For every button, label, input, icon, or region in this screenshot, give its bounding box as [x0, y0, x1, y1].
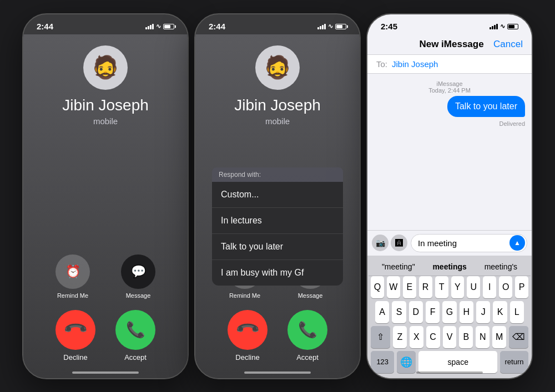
signal-bar [150, 25, 152, 29]
key-123[interactable]: 123 [371, 351, 394, 373]
avatar-2: 🧔 [255, 45, 300, 90]
status-time-2: 2:44 [209, 22, 225, 31]
key-return[interactable]: return [500, 351, 528, 373]
key-delete[interactable]: ⌫ [509, 326, 528, 348]
respond-popup: Respond with: Custom... In lectures Talk… [212, 167, 343, 286]
battery-icon [163, 24, 174, 29]
autocomplete-word-2[interactable]: meetings [428, 261, 471, 272]
status-bar-1: 2:44 ∿ [23, 14, 188, 34]
call-screen-2: 🧔 Jibin Joseph mobile ⏰ Remind Me ✉️ [195, 34, 360, 378]
signal-bars-1 [145, 24, 154, 29]
accept-label: Accept [124, 353, 147, 362]
key-v[interactable]: V [443, 326, 457, 348]
autocomplete-word-1[interactable]: "meeting" [377, 261, 420, 272]
wifi-icon: ∿ [156, 23, 161, 30]
imessage-timestamp: iMessage Today, 2:44 PM [428, 80, 471, 94]
key-emoji[interactable]: 🌐 [397, 351, 416, 373]
imessage-header: New iMessage Cancel [367, 34, 532, 55]
key-o[interactable]: O [499, 276, 512, 298]
key-shift[interactable]: ⇧ [371, 326, 390, 348]
respond-talk-later[interactable]: Talk to you later [212, 234, 343, 260]
key-f[interactable]: F [426, 301, 440, 323]
keyboard-row-2: A S D F G H J K L [369, 301, 531, 323]
decline-icon-2: 📞 [234, 316, 261, 343]
key-g[interactable]: G [442, 301, 456, 323]
keyboard: "meeting" meetings meeting's Q W E R T Y… [367, 256, 532, 378]
imessage-cancel-button[interactable]: Cancel [493, 39, 523, 50]
imessage-timestamp-line2: Today, 2:44 PM [428, 87, 471, 94]
imessage-to-row: To: Jibin Joseph [367, 55, 532, 74]
respond-menu: Custom... In lectures Talk to you later … [212, 182, 343, 286]
key-j[interactable]: J [476, 301, 490, 323]
remind-me-icon: ⏰ [65, 264, 80, 279]
call-actions-2: 📞 Decline 📞 Accept [195, 310, 360, 362]
decline-button[interactable]: 📞 Decline [56, 310, 95, 362]
accept-button-2[interactable]: 📞 Accept [287, 310, 327, 362]
signal-bar [145, 27, 147, 29]
key-u[interactable]: U [467, 276, 480, 298]
decline-icon-circle: 📞 [56, 310, 95, 350]
status-bar-2: 2:44 ∿ [195, 14, 360, 34]
decline-icon: 📞 [62, 316, 89, 343]
contact-name-1: Jibin Joseph [62, 96, 149, 114]
key-n[interactable]: N [476, 326, 490, 348]
key-k[interactable]: K [493, 301, 507, 323]
key-s[interactable]: S [392, 301, 406, 323]
key-space[interactable]: space [418, 351, 497, 373]
call-actions-1: 📞 Decline 📞 Accept [23, 310, 188, 362]
signal-bar [148, 26, 149, 29]
key-e[interactable]: E [403, 276, 416, 298]
imessage-to-name[interactable]: Jibin Joseph [392, 59, 438, 69]
remind-me-icon-circle: ⏰ [56, 254, 90, 289]
send-icon: ▲ [514, 239, 521, 247]
key-b[interactable]: B [459, 326, 473, 348]
key-q[interactable]: Q [371, 276, 384, 298]
home-indicator-2 [244, 371, 311, 374]
accept-label-2: Accept [296, 353, 319, 362]
accept-button[interactable]: 📞 Accept [115, 310, 155, 362]
wifi-icon-2: ∿ [328, 23, 333, 30]
key-a[interactable]: A [375, 301, 389, 323]
input-left-buttons: 📷 🅰 [372, 235, 407, 251]
apps-button[interactable]: 🅰 [391, 235, 407, 251]
home-indicator-3 [416, 371, 483, 374]
key-w[interactable]: W [387, 276, 400, 298]
key-r[interactable]: R [419, 276, 432, 298]
camera-button[interactable]: 📷 [372, 235, 389, 251]
decline-button-2[interactable]: 📞 Decline [228, 310, 268, 362]
accept-icon-circle: 📞 [115, 310, 155, 350]
message-button[interactable]: 💬 Message [121, 254, 155, 299]
key-x[interactable]: X [410, 326, 423, 348]
respond-with-label: Respond with: [212, 167, 343, 182]
remind-me-label-2: Remind Me [229, 292, 260, 299]
signal-bars-2 [317, 24, 326, 29]
send-button[interactable]: ▲ [509, 235, 525, 251]
key-z[interactable]: Z [393, 326, 407, 348]
imessage-messages: iMessage Today, 2:44 PM Talk to you late… [367, 74, 532, 230]
key-m[interactable]: M [492, 326, 506, 348]
key-d[interactable]: D [409, 301, 423, 323]
respond-custom[interactable]: Custom... [212, 182, 343, 208]
call-screen-1: 🧔 Jibin Joseph mobile ⏰ Remind Me 💬 [23, 34, 188, 378]
status-icons-2: ∿ [317, 23, 346, 30]
key-h[interactable]: H [460, 301, 473, 323]
status-icons-3: ∿ [490, 23, 518, 30]
autocomplete-word-3[interactable]: meeting's [480, 261, 522, 272]
contact-name-2: Jibin Joseph [234, 96, 321, 114]
accept-icon: 📞 [126, 320, 145, 339]
key-l[interactable]: L [510, 301, 524, 323]
respond-in-lectures[interactable]: In lectures [212, 208, 343, 234]
remind-me-button[interactable]: ⏰ Remind Me [56, 254, 90, 299]
key-c[interactable]: C [426, 326, 440, 348]
home-indicator-1 [72, 371, 139, 374]
status-time-1: 2:44 [37, 22, 53, 31]
key-p[interactable]: P [515, 276, 528, 298]
imessage-input-row: 📷 🅰 In meeting ▲ [367, 230, 532, 256]
respond-busy-gf[interactable]: I am busy with my Gf [212, 260, 343, 286]
key-t[interactable]: T [435, 276, 448, 298]
key-i[interactable]: I [483, 276, 496, 298]
key-y[interactable]: Y [451, 276, 465, 298]
contact-status-1: mobile [93, 116, 118, 126]
action-buttons-1: ⏰ Remind Me 💬 Message [23, 254, 188, 299]
battery-fill [164, 25, 170, 28]
